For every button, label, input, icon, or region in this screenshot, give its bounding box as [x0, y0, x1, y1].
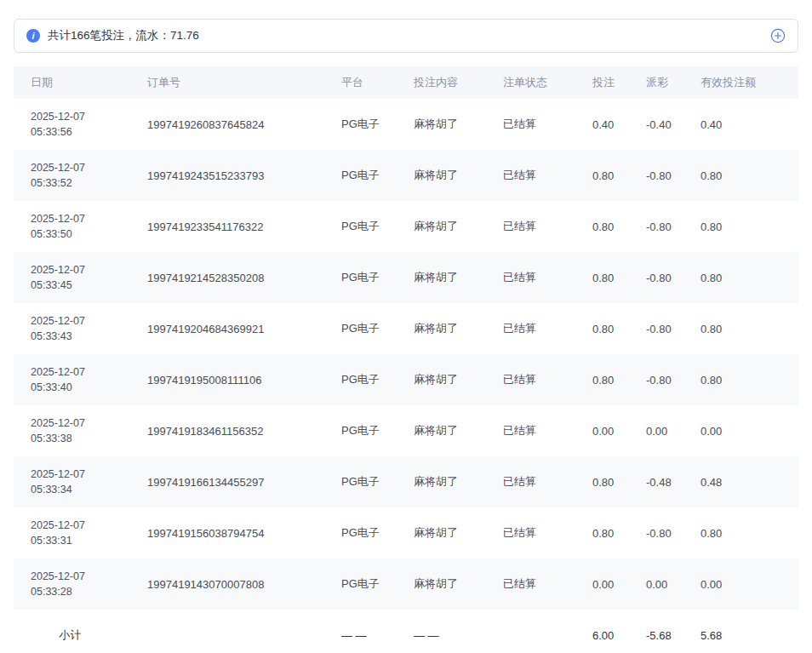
bet-date: 2025-12-07 [31, 160, 127, 175]
payout-amount: -0.80 [629, 303, 683, 354]
bet-status: 已结算 [486, 99, 575, 150]
payout-amount: -0.48 [629, 456, 683, 507]
bet-time: 05:33:45 [31, 278, 127, 293]
table-row: 2025-12-07 05:33:50 1997419233541176322 … [14, 201, 798, 252]
bet-amount: 0.80 [575, 252, 629, 303]
order-number: 1997419214528350208 [130, 252, 324, 303]
bet-amount: 0.00 [575, 558, 629, 610]
platform-name: PG电子 [324, 558, 397, 610]
bet-status: 已结算 [486, 456, 575, 507]
betting-records-table: 日期 订单号 平台 投注内容 注单状态 投注 派彩 有效投注额 2025-12-… [14, 66, 798, 653]
subtotal-status-empty [486, 610, 575, 653]
valid-bet-amount: 0.80 [683, 252, 798, 303]
bet-time: 05:33:56 [31, 124, 127, 140]
plus-circle-icon[interactable] [770, 28, 786, 43]
bet-date: 2025-12-07 [31, 313, 127, 329]
valid-bet-amount: 0.00 [683, 405, 798, 456]
bet-status: 已结算 [486, 150, 575, 201]
order-number: 1997419143070007808 [130, 558, 324, 610]
bet-content: 麻将胡了 [397, 252, 486, 303]
subtotal-order-empty [130, 610, 324, 653]
platform-name: PG电子 [324, 201, 397, 252]
order-number: 1997419260837645824 [130, 99, 324, 150]
valid-bet-amount: 0.80 [683, 507, 798, 558]
bet-date: 2025-12-07 [31, 211, 127, 226]
bet-amount: 0.40 [575, 99, 629, 150]
bet-time: 05:33:50 [31, 226, 127, 242]
bet-content: 麻将胡了 [397, 558, 486, 610]
bet-datetime: 2025-12-07 05:33:50 [14, 201, 130, 252]
table-row: 2025-12-07 05:33:40 1997419195008111106 … [14, 354, 798, 405]
valid-bet-amount: 0.80 [683, 354, 798, 405]
subtotal-payout: -5.68 [629, 610, 683, 653]
table-body: 2025-12-07 05:33:56 1997419260837645824 … [14, 99, 798, 610]
bet-date: 2025-12-07 [31, 364, 127, 380]
bet-status: 已结算 [486, 303, 575, 354]
platform-name: PG电子 [324, 456, 397, 507]
order-number: 1997419166134455297 [130, 456, 324, 507]
subtotal-valid: 5.68 [683, 610, 798, 653]
valid-bet-amount: 0.80 [683, 150, 798, 201]
info-icon: i [26, 29, 40, 43]
platform-name: PG电子 [324, 252, 397, 303]
platform-name: PG电子 [324, 99, 397, 150]
bet-date: 2025-12-07 [31, 262, 127, 278]
payout-amount: -0.80 [629, 354, 683, 405]
column-header-status: 注单状态 [486, 66, 575, 99]
table-row: 2025-12-07 05:33:38 1997419183461156352 … [14, 405, 798, 456]
subtotal-label: 小计 [14, 610, 130, 653]
bet-amount: 0.80 [575, 507, 629, 558]
bet-status: 已结算 [486, 405, 575, 456]
payout-amount: -0.80 [629, 507, 683, 558]
order-number: 1997419156038794754 [130, 507, 324, 558]
bet-content: 麻将胡了 [397, 201, 486, 252]
table-row: 2025-12-07 05:33:43 1997419204684369921 … [14, 303, 798, 354]
platform-name: PG电子 [324, 507, 397, 558]
bet-content: 麻将胡了 [397, 507, 486, 558]
bet-content: 麻将胡了 [397, 405, 486, 456]
bet-amount: 0.00 [575, 405, 629, 456]
bet-content: 麻将胡了 [397, 456, 486, 507]
bet-content: 麻将胡了 [397, 150, 486, 201]
payout-amount: -0.40 [629, 99, 683, 150]
bet-amount: 0.80 [575, 201, 629, 252]
summary-banner: i 共计166笔投注，流水：71.76 [14, 19, 798, 53]
column-header-date: 日期 [14, 66, 130, 99]
platform-name: PG电子 [324, 303, 397, 354]
bet-datetime: 2025-12-07 05:33:28 [14, 558, 130, 610]
table-footer: 小计 — — — — 6.00 -5.68 5.68 [14, 610, 798, 653]
bet-time: 05:33:38 [31, 431, 127, 446]
bet-date: 2025-12-07 [31, 415, 127, 431]
bet-datetime: 2025-12-07 05:33:45 [14, 252, 130, 303]
payout-amount: -0.80 [629, 201, 683, 252]
table-row: 2025-12-07 05:33:28 1997419143070007808 … [14, 558, 798, 610]
bet-datetime: 2025-12-07 05:33:52 [14, 150, 130, 201]
column-header-payout: 派彩 [629, 66, 683, 99]
bet-amount: 0.80 [575, 150, 629, 201]
bet-amount: 0.80 [575, 354, 629, 405]
order-number: 1997419183461156352 [130, 405, 324, 456]
betting-records-page: i 共计166笔投注，流水：71.76 日期 订单号 平台 投注内容 [0, 0, 812, 653]
table-row: 2025-12-07 05:33:34 1997419166134455297 … [14, 456, 798, 507]
table-header: 日期 订单号 平台 投注内容 注单状态 投注 派彩 有效投注额 [14, 66, 798, 99]
subtotal-row: 小计 — — — — 6.00 -5.68 5.68 [14, 610, 798, 653]
valid-bet-amount: 0.40 [683, 99, 798, 150]
table-row: 2025-12-07 05:33:52 1997419243515233793 … [14, 150, 798, 201]
bet-datetime: 2025-12-07 05:33:43 [14, 303, 130, 354]
valid-bet-amount: 0.48 [683, 456, 798, 507]
subtotal-content: — — [397, 610, 486, 653]
bet-datetime: 2025-12-07 05:33:31 [14, 507, 130, 558]
bet-time: 05:33:43 [31, 329, 127, 344]
payout-amount: -0.80 [629, 150, 683, 201]
payout-amount: -0.80 [629, 252, 683, 303]
bet-time: 05:33:28 [31, 584, 127, 599]
bet-amount: 0.80 [575, 456, 629, 507]
bet-content: 麻将胡了 [397, 354, 486, 405]
bet-date: 2025-12-07 [31, 569, 127, 584]
column-header-bet: 投注 [575, 66, 629, 99]
order-number: 1997419233541176322 [130, 201, 324, 252]
bet-time: 05:33:52 [31, 175, 127, 191]
valid-bet-amount: 0.80 [683, 303, 798, 354]
bet-content: 麻将胡了 [397, 303, 486, 354]
platform-name: PG电子 [324, 354, 397, 405]
